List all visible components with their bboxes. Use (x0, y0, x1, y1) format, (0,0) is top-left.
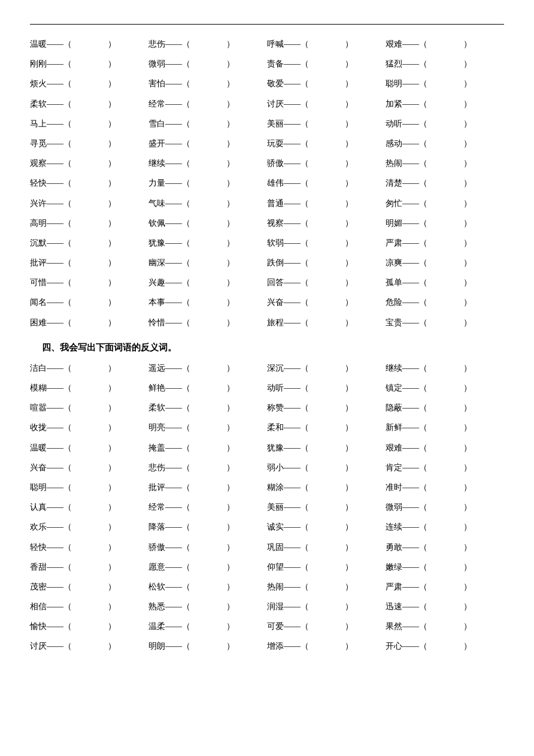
item-text: 批评——（ (30, 255, 72, 270)
close-paren: ） (345, 460, 353, 475)
close-paren: ） (345, 255, 353, 270)
item-text: 匆忙——（ (386, 196, 427, 211)
close-paren: ） (108, 579, 116, 594)
item-text: 马上——（ (30, 116, 72, 131)
close-paren: ） (345, 540, 353, 555)
item-text: 动听——（ (267, 380, 309, 395)
item-text: 新鲜——（ (386, 420, 427, 435)
list-item: 聪明——（） (30, 479, 148, 496)
close-paren: ） (345, 380, 353, 395)
close-paren: ） (108, 639, 116, 654)
list-item: 连续——（） (386, 518, 504, 536)
close-paren: ） (108, 216, 116, 231)
item-text: 清楚——（ (386, 176, 427, 190)
list-item: 温暖——（） (30, 35, 148, 53)
close-paren: ） (345, 480, 353, 495)
list-item: 肯定——（） (386, 459, 504, 476)
item-text: 愿意——（ (148, 560, 190, 574)
item-text: 深沉——（ (267, 361, 309, 376)
close-paren: ） (463, 96, 472, 111)
close-paren: ） (463, 136, 472, 151)
close-paren: ） (463, 519, 472, 534)
item-text: 讨厌——（ (267, 96, 309, 111)
item-text: 艰难——（ (386, 440, 427, 455)
close-paren: ） (226, 480, 235, 495)
item-text: 鲜艳——（ (148, 380, 190, 395)
close-paren: ） (345, 579, 353, 594)
close-paren: ） (226, 56, 235, 71)
list-item: 玩耍——（） (267, 135, 386, 152)
close-paren: ） (345, 235, 353, 250)
close-paren: ） (226, 136, 235, 151)
list-item: 明亮——（） (148, 419, 267, 436)
list-item: 模糊——（） (30, 379, 148, 397)
list-item: 困难——（） (30, 314, 148, 331)
close-paren: ） (463, 400, 472, 415)
list-item: 开心——（） (386, 637, 504, 655)
item-text: 呼喊——（ (267, 37, 309, 52)
list-item: 气味——（） (148, 195, 267, 212)
item-text: 动听——（ (386, 116, 427, 131)
item-text: 严肃——（ (386, 235, 427, 250)
close-paren: ） (226, 380, 235, 395)
list-item: 清楚——（） (386, 174, 504, 192)
close-paren: ） (463, 560, 472, 574)
item-text: 茂密——（ (30, 579, 72, 594)
item-text: 诚实——（ (267, 519, 309, 534)
close-paren: ） (108, 599, 116, 614)
item-text: 犹豫——（ (267, 440, 309, 455)
list-item: 刚刚——（） (30, 55, 148, 72)
list-item: 掩盖——（） (148, 439, 267, 456)
item-text: 可惜——（ (30, 275, 72, 290)
close-paren: ） (345, 361, 353, 376)
close-paren: ） (345, 136, 353, 151)
close-paren: ） (226, 361, 235, 376)
item-text: 普通——（ (267, 196, 309, 211)
close-paren: ） (108, 420, 116, 435)
item-text: 跌倒——（ (267, 255, 309, 270)
close-paren: ） (345, 216, 353, 231)
list-item: 香甜——（） (30, 558, 148, 576)
close-paren: ） (108, 361, 116, 376)
close-paren: ） (463, 599, 472, 614)
item-text: 怜惜——（ (148, 315, 190, 330)
item-text: 糊涂——（ (267, 480, 309, 495)
list-item: 明朗——（） (148, 637, 267, 655)
close-paren: ） (108, 619, 116, 634)
list-item: 诚实——（） (267, 518, 386, 536)
close-paren: ） (226, 176, 235, 190)
close-paren: ） (463, 216, 472, 231)
close-paren: ） (226, 500, 235, 515)
item-text: 力量——（ (148, 176, 190, 190)
list-item: 闻名——（） (30, 294, 148, 311)
item-text: 讨厌——（ (30, 639, 72, 654)
item-text: 兴奋——（ (267, 295, 309, 310)
item-text: 镇定——（ (386, 380, 427, 395)
item-text: 收拢——（ (30, 420, 72, 435)
item-text: 骄傲——（ (267, 156, 309, 171)
list-item: 寻觅——（） (30, 135, 148, 152)
list-item: 微弱——（） (386, 498, 504, 516)
close-paren: ） (108, 400, 116, 415)
close-paren: ） (226, 440, 235, 455)
item-text: 经常——（ (148, 96, 190, 111)
close-paren: ） (463, 275, 472, 290)
list-item: 柔软——（） (148, 399, 267, 416)
list-item: 称赞——（） (267, 399, 386, 416)
list-item: 继续——（） (386, 359, 504, 377)
list-item: 烦火——（） (30, 75, 148, 92)
item-text: 香甜——（ (30, 560, 72, 574)
close-paren: ） (226, 639, 235, 654)
list-item: 孤单——（） (386, 274, 504, 291)
item-text: 视察——（ (267, 216, 309, 231)
item-text: 称赞——（ (267, 400, 309, 415)
item-text: 温柔——（ (148, 619, 190, 634)
list-item: 盛开——（） (148, 135, 267, 152)
list-item: 增添——（） (267, 637, 386, 655)
close-paren: ） (463, 156, 472, 171)
list-item: 鲜艳——（） (148, 379, 267, 397)
item-text: 幽深——（ (148, 255, 190, 270)
item-text: 凉爽——（ (386, 255, 427, 270)
item-text: 轻快——（ (30, 176, 72, 190)
list-item: 降落——（） (148, 518, 267, 536)
